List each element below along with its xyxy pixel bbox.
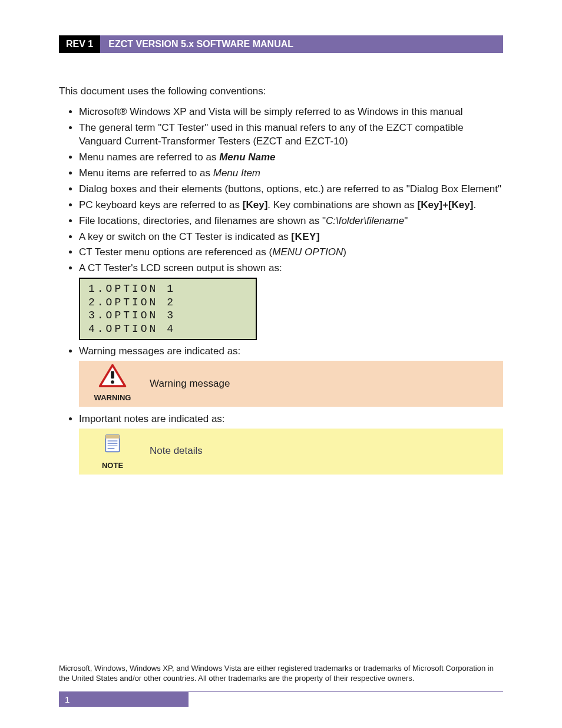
list-item: CT Tester menu options are referenced as… bbox=[79, 246, 503, 259]
text-fragment: Menu items are referred to as bbox=[79, 167, 213, 179]
list-item: A key or switch on the CT Tester is indi… bbox=[79, 230, 503, 244]
list-item: Menu items are referred to as Menu Item bbox=[79, 167, 503, 180]
lcd-line: 1.OPTION 1 bbox=[88, 282, 247, 296]
revision-badge: REV 1 bbox=[59, 35, 100, 53]
footer-bar: 1 bbox=[59, 691, 503, 707]
lcd-line: 2.OPTION 2 bbox=[88, 296, 247, 309]
lcd-line: 4.OPTION 4 bbox=[88, 322, 247, 336]
list-item: Important notes are indicated as: NOTE N… bbox=[79, 413, 503, 475]
lcd-screen-example: 1.OPTION 1 2.OPTION 2 3.OPTION 3 4.OPTIO… bbox=[79, 278, 257, 340]
text-fragment: PC keyboard keys are referred to as bbox=[79, 199, 243, 210]
document-page: REV 1 EZCT VERSION 5.x SOFTWARE MANUAL T… bbox=[0, 0, 562, 728]
warning-label: WARNING bbox=[90, 393, 135, 403]
conventions-list: Microsoft® Windows XP and Vista will be … bbox=[73, 106, 503, 475]
list-item: Microsoft® Windows XP and Vista will be … bbox=[79, 106, 503, 119]
note-callout: NOTE Note details bbox=[79, 429, 503, 475]
list-item: The general term "CT Tester" used in thi… bbox=[79, 121, 503, 149]
page-number: 1 bbox=[59, 692, 189, 707]
menu-name-style: Menu Name bbox=[219, 151, 275, 163]
text-fragment: " bbox=[404, 215, 408, 226]
note-label: NOTE bbox=[90, 460, 135, 471]
text-fragment: Warning messages are indicated as: bbox=[79, 345, 240, 357]
trademark-notice: Microsoft, Windows, Windows XP, and Wind… bbox=[59, 663, 503, 684]
list-item: Dialog boxes and their elements (buttons… bbox=[79, 183, 503, 196]
svg-rect-1 bbox=[111, 371, 114, 379]
text-fragment: File locations, directories, and filenam… bbox=[79, 215, 326, 226]
menu-item-style: Menu Item bbox=[213, 167, 260, 179]
warning-icon-column: WARNING bbox=[90, 364, 135, 403]
list-item: Menu names are referred to as Menu Name bbox=[79, 151, 503, 164]
hardware-key-style: [KEY] bbox=[291, 231, 320, 242]
text-fragment: ) bbox=[343, 246, 346, 258]
warning-text: Warning message bbox=[135, 377, 230, 391]
list-item: A CT Tester's LCD screen output is shown… bbox=[79, 262, 503, 340]
warning-icon bbox=[98, 364, 127, 388]
note-text: Note details bbox=[135, 444, 203, 458]
text-fragment: A CT Tester's LCD screen output is shown… bbox=[79, 262, 282, 274]
notepad-icon bbox=[101, 432, 124, 456]
menu-option-style: MENU OPTION bbox=[272, 246, 343, 258]
text-fragment: CT Tester menu options are referenced as… bbox=[79, 246, 272, 258]
text-fragment: A key or switch on the CT Tester is indi… bbox=[79, 231, 291, 242]
filepath-style: C:\folder\filename bbox=[326, 215, 404, 226]
header-bar: REV 1 EZCT VERSION 5.x SOFTWARE MANUAL bbox=[59, 35, 503, 53]
text-fragment: Menu names are referred to as bbox=[79, 151, 219, 163]
text-fragment: Important notes are indicated as: bbox=[79, 413, 225, 424]
list-item: Warning messages are indicated as: WARNI… bbox=[79, 345, 503, 407]
text-fragment: . bbox=[473, 199, 476, 210]
intro-text: This document uses the following convent… bbox=[59, 85, 503, 97]
warning-callout: WARNING Warning message bbox=[79, 361, 503, 407]
text-fragment: . Key combinations are shown as bbox=[267, 199, 417, 210]
key-style: [Key] bbox=[243, 199, 268, 210]
manual-title: EZCT VERSION 5.x SOFTWARE MANUAL bbox=[100, 35, 503, 53]
svg-point-2 bbox=[111, 380, 114, 384]
list-item: File locations, directories, and filenam… bbox=[79, 215, 503, 228]
list-item: PC keyboard keys are referred to as [Key… bbox=[79, 199, 503, 212]
svg-rect-4 bbox=[105, 435, 119, 439]
note-icon-column: NOTE bbox=[90, 432, 135, 471]
lcd-line: 3.OPTION 3 bbox=[88, 309, 247, 322]
key-combo-style: [Key]+[Key] bbox=[418, 199, 474, 210]
